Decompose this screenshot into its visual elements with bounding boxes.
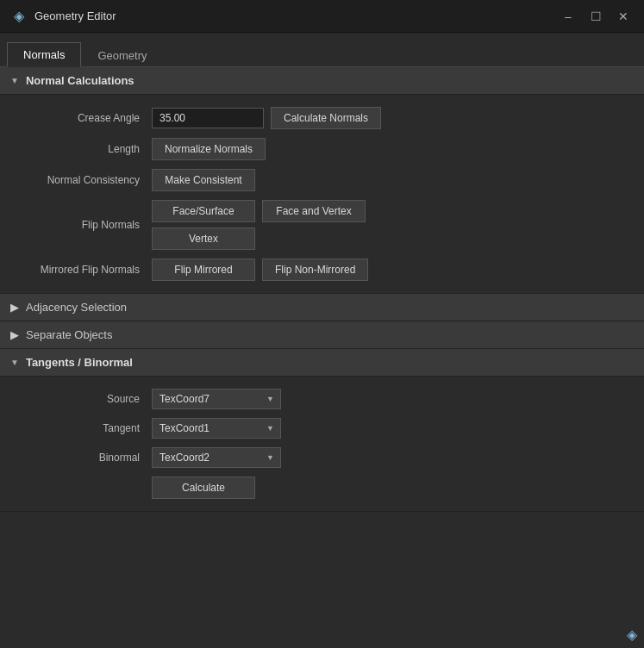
calculate-row: Calculate bbox=[14, 477, 630, 499]
crease-angle-controls: Calculate Normals bbox=[152, 107, 381, 129]
adjacency-selection-header[interactable]: ▶ Adjacency Selection bbox=[0, 294, 644, 321]
tangent-dropdown-wrap: TexCoord1 TexCoord2 TexCoord3 TexCoord4 … bbox=[152, 418, 281, 439]
source-dropdown-wrap: TexCoord1 TexCoord2 TexCoord3 TexCoord4 … bbox=[152, 389, 281, 409]
minimize-button[interactable]: – bbox=[558, 6, 578, 27]
flip-normals-controls: Face/Surface Face and Vertex Vertex bbox=[152, 200, 366, 250]
length-row: Length Normalize Normals bbox=[14, 138, 630, 160]
app-icon: ◈ bbox=[10, 8, 28, 25]
adjacency-selection-arrow: ▶ bbox=[10, 301, 19, 314]
length-label: Length bbox=[14, 143, 152, 155]
binormal-row: Binormal TexCoord1 TexCoord2 TexCoord3 T… bbox=[14, 447, 630, 468]
tangents-binormal-label: Tangents / Binormal bbox=[26, 356, 133, 369]
maximize-button[interactable]: ☐ bbox=[585, 6, 606, 27]
calculate-button[interactable]: Calculate bbox=[152, 477, 255, 499]
normal-calculations-label: Normal Calculations bbox=[26, 74, 134, 87]
flip-normals-label: Flip Normals bbox=[14, 219, 152, 231]
normal-calculations-body: Crease Angle Calculate Normals Length No… bbox=[0, 95, 644, 294]
close-button[interactable]: ✕ bbox=[613, 6, 634, 27]
flip-normals-col: Face/Surface Face and Vertex Vertex bbox=[152, 200, 366, 250]
title-left: ◈ Geometry Editor bbox=[10, 8, 116, 25]
corner-icon: ◈ bbox=[627, 626, 637, 643]
tab-bar: Normals Geometry bbox=[0, 33, 644, 67]
source-label: Source bbox=[14, 393, 152, 405]
separate-objects-header[interactable]: ▶ Separate Objects bbox=[0, 321, 644, 349]
normal-consistency-label: Normal Consistency bbox=[14, 174, 152, 186]
binormal-label: Binormal bbox=[14, 452, 152, 464]
source-row: Source TexCoord1 TexCoord2 TexCoord3 Tex… bbox=[14, 389, 630, 409]
flip-normals-row: Flip Normals Face/Surface Face and Verte… bbox=[14, 200, 630, 250]
flip-non-mirrored-button[interactable]: Flip Non-Mirrored bbox=[262, 259, 368, 281]
title-bar: ◈ Geometry Editor – ☐ ✕ bbox=[0, 0, 644, 33]
separate-objects-arrow: ▶ bbox=[10, 328, 19, 341]
tab-normals[interactable]: Normals bbox=[7, 42, 81, 67]
tab-geometry[interactable]: Geometry bbox=[81, 43, 163, 67]
normal-calculations-header[interactable]: ▼ Normal Calculations bbox=[0, 67, 644, 95]
tangents-binormal-arrow: ▼ bbox=[10, 358, 19, 367]
flip-normals-top-row: Face/Surface Face and Vertex bbox=[152, 200, 366, 222]
source-dropdown[interactable]: TexCoord1 TexCoord2 TexCoord3 TexCoord4 … bbox=[152, 389, 281, 409]
tangents-binormal-header[interactable]: ▼ Tangents / Binormal bbox=[0, 349, 644, 377]
crease-angle-row: Crease Angle Calculate Normals bbox=[14, 107, 630, 129]
normal-consistency-controls: Make Consistent bbox=[152, 169, 255, 191]
face-surface-button[interactable]: Face/Surface bbox=[152, 200, 255, 222]
tangent-row: Tangent TexCoord1 TexCoord2 TexCoord3 Te… bbox=[14, 418, 630, 439]
calculate-controls: Calculate bbox=[152, 477, 255, 499]
window-title: Geometry Editor bbox=[34, 9, 116, 22]
normalize-normals-button[interactable]: Normalize Normals bbox=[152, 138, 266, 160]
window-controls: – ☐ ✕ bbox=[558, 6, 634, 27]
crease-angle-input[interactable] bbox=[152, 108, 264, 128]
tangent-controls: TexCoord1 TexCoord2 TexCoord3 TexCoord4 … bbox=[152, 418, 281, 439]
source-controls: TexCoord1 TexCoord2 TexCoord3 TexCoord4 … bbox=[152, 389, 281, 409]
make-consistent-button[interactable]: Make Consistent bbox=[152, 169, 255, 191]
mirrored-flip-normals-controls: Flip Mirrored Flip Non-Mirrored bbox=[152, 259, 368, 281]
normal-calculations-arrow: ▼ bbox=[10, 76, 19, 85]
mirrored-flip-normals-label: Mirrored Flip Normals bbox=[14, 264, 152, 276]
flip-normals-bottom-row: Vertex bbox=[152, 227, 366, 250]
vertex-button[interactable]: Vertex bbox=[152, 227, 255, 250]
crease-angle-label: Crease Angle bbox=[14, 112, 152, 124]
main-content: ▼ Normal Calculations Crease Angle Calcu… bbox=[0, 67, 644, 648]
calculate-normals-button[interactable]: Calculate Normals bbox=[271, 107, 381, 129]
tangent-label: Tangent bbox=[14, 422, 152, 434]
face-and-vertex-button[interactable]: Face and Vertex bbox=[262, 200, 366, 222]
flip-mirrored-button[interactable]: Flip Mirrored bbox=[152, 259, 255, 281]
length-controls: Normalize Normals bbox=[152, 138, 266, 160]
normal-consistency-row: Normal Consistency Make Consistent bbox=[14, 169, 630, 191]
separate-objects-label: Separate Objects bbox=[26, 328, 112, 341]
binormal-controls: TexCoord1 TexCoord2 TexCoord3 TexCoord4 … bbox=[152, 447, 281, 468]
tangents-binormal-body: Source TexCoord1 TexCoord2 TexCoord3 Tex… bbox=[0, 377, 644, 512]
adjacency-selection-label: Adjacency Selection bbox=[26, 301, 127, 314]
binormal-dropdown-wrap: TexCoord1 TexCoord2 TexCoord3 TexCoord4 … bbox=[152, 447, 281, 468]
binormal-dropdown[interactable]: TexCoord1 TexCoord2 TexCoord3 TexCoord4 … bbox=[152, 447, 281, 468]
mirrored-flip-normals-row: Mirrored Flip Normals Flip Mirrored Flip… bbox=[14, 259, 630, 281]
tangent-dropdown[interactable]: TexCoord1 TexCoord2 TexCoord3 TexCoord4 … bbox=[152, 418, 281, 439]
